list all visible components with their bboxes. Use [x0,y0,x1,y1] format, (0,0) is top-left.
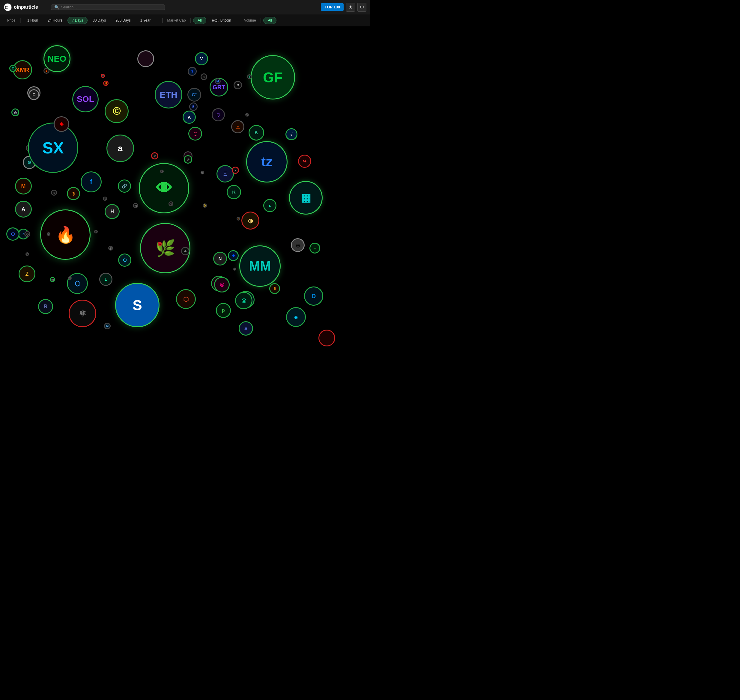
bubble-origin[interactable]: ⬡ [176,289,196,309]
bubble-blue[interactable]: ◆ [228,250,239,261]
settings-button[interactable]: ⚙ [357,3,366,12]
bubble-suku[interactable]: S [115,283,159,327]
bubble-er20[interactable]: ↪ [298,154,311,168]
bubble-lrc[interactable]: L [99,273,112,286]
bubble-usdcoin[interactable]: C° [187,88,201,101]
bubble-small1[interactable]: ◎ [103,197,107,201]
bubble-mask[interactable]: M [215,78,221,84]
bubble-near[interactable]: N [213,252,227,266]
bubble-send[interactable] [137,50,154,67]
bubble-coti[interactable]: C [234,81,242,89]
bubble-comp[interactable]: C [9,65,16,72]
bubble-ren[interactable]: R [38,299,53,314]
bubble-zcash[interactable]: Z [19,266,35,282]
bubble-small7[interactable]: ◎ [160,170,164,173]
bubble-sol[interactable]: SOL [72,86,99,112]
bubble-keep[interactable]: K [227,185,241,199]
nav-1hour[interactable]: 1 Hour [23,17,43,24]
bubble-small10[interactable]: ◎ [200,171,204,174]
bubble-aragon[interactable]: a [106,135,134,162]
bubble-ark[interactable]: A [15,201,32,218]
nav-excl-btc[interactable]: excl. Bitcoin [208,17,236,24]
bubble-btc2[interactable]: ₿ [67,187,80,200]
bubble-bnt[interactable]: ◎ [291,238,305,252]
bubble-storj[interactable]: S [188,67,197,76]
bubble-ardr[interactable]: △ [231,120,245,133]
bubble-small6[interactable]: ◎ [233,268,236,271]
bubble-usdt[interactable]: ₮ [247,74,252,79]
nav-30days[interactable]: 30 Days [88,17,111,24]
bubble-vet[interactable]: V [195,52,208,65]
nav-all[interactable]: All [193,17,206,24]
bubble-small8[interactable]: ◎ [245,113,249,116]
bubble-sx[interactable]: SX [28,122,78,173]
bubble-sc[interactable]: ◎ [200,74,207,80]
nav-24hours[interactable]: 24 Hours [43,17,67,24]
nav-7days[interactable]: 7 Days [68,17,87,24]
bubble-gf[interactable]: GF [251,55,295,100]
nav-1year[interactable]: 1 Year [136,17,155,24]
bubble-steem[interactable]: ◎ [235,292,252,309]
bubble-red1[interactable] [318,329,335,346]
bubble-lpt[interactable]: ◎ [24,231,30,237]
bubble-trd[interactable]: ◈ [54,116,69,132]
bubble-rndr[interactable]: ⬡ [6,228,19,241]
bubble-algo[interactable]: A [183,110,196,124]
bubble-enigma[interactable]: ε [263,199,276,212]
bubble-iota2[interactable]: ◎ [51,190,57,196]
bubble-atm[interactable]: ⚛ [69,300,96,327]
bubble-mana[interactable]: MM [239,246,281,287]
bubble-look[interactable]: 👁 [139,163,189,213]
bubble-ppc[interactable]: p [216,303,231,318]
bubble-fil[interactable]: f [81,171,102,193]
bubble-okb[interactable]: ◎ [101,74,105,78]
bubble-eth3[interactable]: Ξ [217,165,234,182]
bubble-luna[interactable]: ◑ [241,212,259,229]
bubble-elrond[interactable]: e [286,307,306,327]
bubble-inf[interactable]: ∞ [310,243,320,253]
bubble-dot[interactable]: ◎ [214,277,230,293]
bubble-eth2[interactable]: ETH [155,81,182,109]
bubble-nrv[interactable]: ◎ [168,201,173,206]
bubble-snx[interactable]: ◎ [151,152,158,159]
bubble-eth4[interactable]: Ξ [239,321,253,335]
bubble-nxm[interactable]: ⊡ [28,89,39,100]
bubble-knc[interactable]: K [249,125,264,141]
bubble-veri[interactable]: √ [286,128,298,140]
bubble-frax[interactable]: ▦ [289,181,323,215]
bubble-rune[interactable]: ◎ [50,277,55,282]
bubble-small9[interactable]: ◎ [68,276,72,280]
bubble-small5[interactable]: ◎ [94,230,98,234]
bubble-xem[interactable]: M [104,323,111,329]
bubble-hive[interactable]: H [105,204,119,219]
nav-vol-all[interactable]: All [263,17,276,24]
bubble-celo[interactable]: Ⓒ [105,99,129,123]
nav-200days[interactable]: 200 Days [111,17,135,24]
bubble-dash[interactable]: D [304,287,323,306]
favorites-button[interactable]: ★ [346,3,355,12]
bubble-chr[interactable]: ◎ [184,155,192,163]
bubble-uma[interactable]: ◎ [108,246,113,250]
logo[interactable]: C oinparticle [4,3,49,12]
bubble-polkadot[interactable]: ● [232,167,239,174]
bubble-doge2[interactable]: Ð [203,203,207,208]
bubble-atom[interactable]: ⊕ [181,247,190,255]
bubble-small3[interactable]: ◎ [25,252,29,256]
bubble-matic[interactable]: ⬡ [212,108,225,121]
bubble-ocean[interactable]: ⬡ [188,127,202,141]
bubble-safemoon[interactable]: ◎ [133,203,138,208]
bubble-btcg[interactable]: ₿ [269,283,280,294]
bubble-ocean2[interactable]: 🔗 [118,179,131,193]
bubble-small2[interactable]: ◎ [47,232,50,236]
bubble-nim[interactable]: ◎ [12,109,19,116]
top100-button[interactable]: TOP 100 [321,3,343,11]
search-input[interactable] [61,5,162,9]
bubble-wbtc[interactable]: ₿ [237,217,240,221]
bubble-hex[interactable]: H [103,81,109,86]
bubble-small4[interactable]: ◎ [158,242,162,246]
bubble-mnx[interactable]: M [15,178,32,194]
bubble-miota[interactable]: ⬡ [118,253,131,267]
bubble-tezos[interactable]: tz [246,141,287,182]
bubble-band[interactable]: B [189,103,198,111]
search-bar[interactable]: 🔍 [51,4,165,10]
